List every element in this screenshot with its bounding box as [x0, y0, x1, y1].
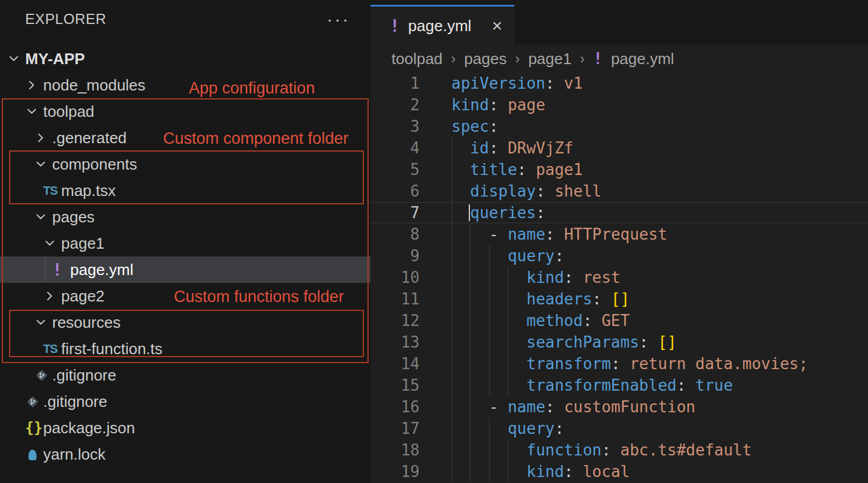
code-line[interactable]: 18 function: abc.ts#default	[370, 439, 868, 461]
token-val: abc.ts#default	[620, 441, 752, 459]
code-content[interactable]: spec:	[451, 116, 498, 137]
code-content[interactable]: method: GET	[451, 310, 629, 331]
indent-guide	[451, 203, 452, 222]
code-content[interactable]: kind: local	[451, 461, 629, 482]
chevron-right-icon	[0, 289, 61, 303]
tree-row-map-tsx[interactable]: TSmap.tsx	[0, 177, 370, 204]
code-editor[interactable]: 1apiVersion: v12kind: page3spec:4 id: DR…	[370, 73, 868, 482]
tree-row-page2[interactable]: page2	[0, 283, 370, 309]
code-line[interactable]: 15 transformEnabled: true	[370, 375, 868, 396]
code-line[interactable]: 4 id: DRwVjZf	[370, 137, 868, 159]
tree-row-components[interactable]: components	[0, 151, 370, 177]
breadcrumb-separator: ›	[515, 50, 520, 67]
close-icon[interactable]: ×	[492, 17, 502, 35]
code-line[interactable]: 7 queries:	[370, 202, 868, 224]
line-number: 6	[370, 180, 420, 202]
token-val: local	[583, 463, 629, 481]
code-line[interactable]: 8 - name: HTTPrequest	[370, 224, 868, 245]
code-content[interactable]: id: DRwVjZf	[451, 137, 574, 159]
code-line[interactable]: 16 - name: customFunction	[370, 396, 868, 418]
tab-label: page.yml	[408, 17, 472, 35]
code-line[interactable]: 6 display: shell	[370, 180, 868, 202]
tree-row-page-yml[interactable]: !page.yml	[0, 256, 370, 283]
code-content[interactable]: - name: HTTPrequest	[451, 224, 667, 245]
code-line[interactable]: 5 title: page1	[370, 159, 868, 180]
code-line[interactable]: 2kind: page	[370, 94, 868, 116]
code-content[interactable]: title: page1	[451, 159, 583, 180]
code-line[interactable]: 14 transform: return data.movies;	[370, 353, 868, 375]
token-val: page	[508, 96, 545, 114]
indent-guide	[451, 310, 452, 331]
line-number: 12	[370, 310, 420, 331]
code-content[interactable]: function: abc.ts#default	[451, 439, 752, 461]
code-line[interactable]: 9 query:	[370, 245, 868, 267]
tree-item-label: map.tsx	[61, 182, 116, 200]
tree-row-resources[interactable]: resources	[0, 309, 370, 336]
tree-item-label: page2	[61, 287, 104, 306]
code-line[interactable]: 17 query:	[370, 418, 868, 439]
tree-row--gitignore[interactable]: .gitignore	[0, 388, 370, 415]
code-content[interactable]: - name: customFunction	[451, 396, 695, 418]
tab-page-yml[interactable]: ! page.yml ×	[370, 5, 514, 45]
token-br: []	[658, 333, 676, 351]
breadcrumb-item-page1[interactable]: page1	[528, 50, 571, 68]
token-key: searchParams	[526, 333, 639, 351]
line-number: 16	[370, 396, 420, 418]
indent-guide	[508, 331, 508, 353]
code-content[interactable]: kind: rest	[451, 267, 620, 288]
code-content[interactable]: query:	[451, 418, 564, 439]
code-line[interactable]: 1apiVersion: v1	[370, 73, 868, 94]
tree-row-yarn-lock[interactable]: yarn.lock	[0, 441, 370, 467]
token-key: kind	[526, 268, 564, 286]
tree-row-page1[interactable]: page1	[0, 230, 370, 256]
tree-row-pages[interactable]: pages	[0, 204, 370, 230]
code-line[interactable]: 13 searchParams: []	[370, 331, 868, 353]
token-punc: :	[601, 441, 620, 459]
indent-guide	[508, 375, 508, 396]
tree-row-toolpad[interactable]: toolpad	[0, 98, 370, 125]
tree-row-first-function-ts[interactable]: TSfirst-function.ts	[0, 336, 370, 362]
code-line[interactable]: 10 kind: rest	[370, 267, 868, 288]
indent-guide	[489, 331, 490, 353]
code-content[interactable]: kind: page	[451, 94, 545, 116]
code-line[interactable]: 11 headers: []	[370, 288, 868, 310]
indent-guide	[451, 267, 452, 288]
more-actions-icon[interactable]: ···	[327, 13, 350, 25]
token-punc: :	[639, 333, 658, 351]
breadcrumb-file-label[interactable]: page.yml	[611, 50, 674, 68]
code-content[interactable]: apiVersion: v1	[451, 73, 583, 94]
code-content[interactable]: transform: return data.movies;	[451, 353, 808, 375]
code-content[interactable]: headers: []	[451, 288, 629, 310]
tree-row-node-modules[interactable]: node_modules	[0, 72, 370, 98]
token-punc: :	[554, 419, 564, 437]
file-tree: MY-APP node_modulestoolpad.generatedcomp…	[0, 46, 370, 467]
code-line[interactable]: 3spec:	[370, 116, 868, 137]
code-line[interactable]: 12 method: GET	[370, 310, 868, 331]
chevron-down-icon	[0, 316, 52, 329]
token-punc: :	[489, 139, 508, 157]
code-content[interactable]: transformEnabled: true	[451, 375, 733, 396]
code-content[interactable]: queries:	[451, 203, 545, 222]
tree-row--generated[interactable]: .generated	[0, 125, 370, 151]
token-key: kind	[526, 463, 564, 481]
workspace-root-row[interactable]: MY-APP	[0, 46, 370, 72]
indent-guide	[489, 288, 490, 310]
code-content[interactable]: query:	[451, 245, 564, 267]
code-line[interactable]: 19 kind: local	[370, 461, 868, 482]
breadcrumb-item-pages[interactable]: pages	[464, 50, 507, 68]
breadcrumb-item-toolpad[interactable]: toolpad	[391, 50, 442, 68]
line-number: 14	[370, 353, 420, 375]
ts-icon: TS	[0, 342, 61, 356]
indent-guide	[489, 418, 490, 439]
tree-item-label: .gitignore	[43, 393, 107, 411]
line-number: 15	[370, 375, 420, 396]
line-number: 10	[370, 267, 420, 288]
token-key: function	[526, 441, 601, 459]
code-content[interactable]: display: shell	[451, 180, 601, 202]
tree-row-package-json[interactable]: {}package.json	[0, 415, 370, 441]
tree-row--gitignore[interactable]: .gitignore	[0, 362, 370, 388]
code-content[interactable]: searchParams: []	[451, 331, 677, 353]
indent-guide	[470, 245, 471, 267]
yaml-warning-icon: !	[390, 16, 400, 36]
token-br: []	[611, 290, 629, 308]
